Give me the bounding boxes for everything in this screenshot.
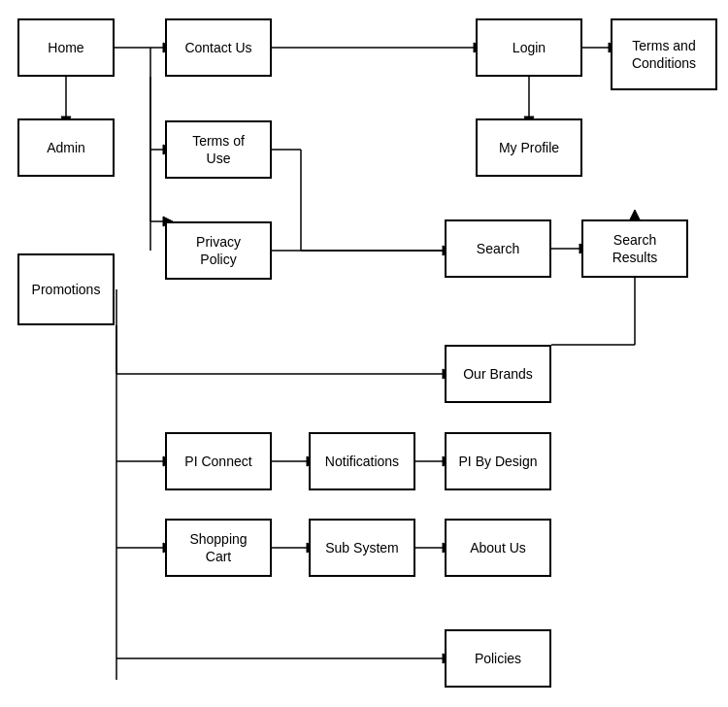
node-privacy-policy: PrivacyPolicy [165, 221, 272, 280]
node-home: Home [17, 18, 115, 77]
node-admin: Admin [17, 118, 115, 177]
node-terms-of-use: Terms ofUse [165, 120, 272, 179]
node-policies: Policies [445, 629, 551, 688]
node-our-brands: Our Brands [445, 345, 551, 403]
node-login: Login [476, 18, 582, 77]
diagram: Home Admin Promotions Contact Us Terms o… [0, 0, 728, 707]
svg-marker-29 [630, 210, 640, 219]
node-promotions: Promotions [17, 253, 115, 325]
node-pi-connect: PI Connect [165, 432, 272, 490]
node-terms-conditions: Terms andConditions [611, 18, 717, 90]
node-notifications: Notifications [309, 432, 415, 490]
node-sub-system: Sub System [309, 519, 415, 577]
node-shopping-cart: ShoppingCart [165, 519, 272, 577]
node-my-profile: My Profile [476, 118, 582, 177]
node-search: Search [445, 219, 551, 278]
node-about-us: About Us [445, 519, 551, 577]
arrows-svg [0, 0, 728, 707]
node-search-results: SearchResults [581, 219, 688, 278]
node-pi-by-design: PI By Design [445, 432, 551, 490]
node-contact-us: Contact Us [165, 18, 272, 77]
